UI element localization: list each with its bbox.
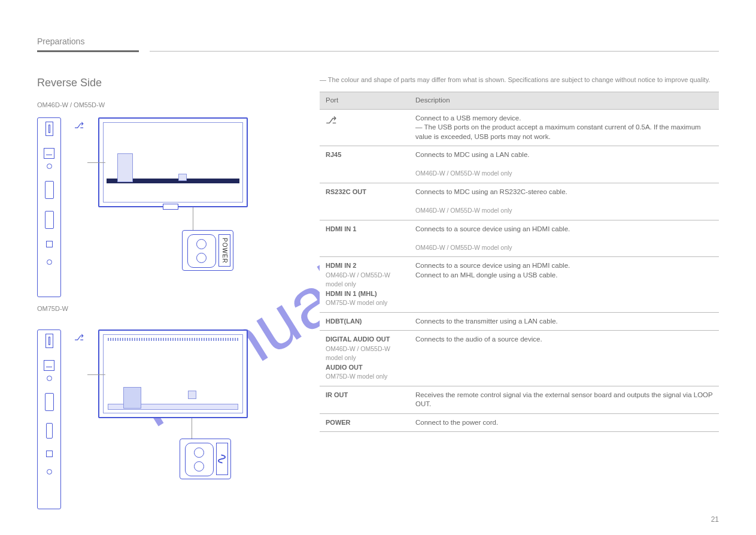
optical-port-icon — [46, 241, 53, 247]
port-cell: HDMI IN 2OM46D-W / OM55D-W model onlyHDM… — [320, 257, 409, 313]
table-row: RJ45Connects to MDC using a LAN cable. O… — [320, 146, 719, 183]
port-cell: RS232C OUT — [320, 183, 409, 220]
port-cell: RJ45 — [320, 146, 409, 183]
usb-port-icon — [45, 334, 53, 348]
desc-cell: Connects to the transmitter using a LAN … — [409, 312, 719, 331]
port-cell: HDMI IN 1 — [320, 220, 409, 257]
hdmi-port-icon — [45, 181, 54, 199]
port-strip-b — [37, 330, 61, 509]
table-row: DIGITAL AUDIO OUTOM46D-W / OM55D-W model… — [320, 331, 719, 386]
table-header-desc: Description — [409, 92, 719, 110]
header-rule-thick — [37, 50, 139, 52]
usb-port-icon — [45, 122, 53, 136]
power-label: POWER — [218, 234, 230, 267]
ir-jack-icon — [47, 259, 52, 265]
table-row: ⎇Connect to a USB memory device.― The US… — [320, 109, 719, 146]
desc-cell: Connect to the power cord. — [409, 413, 719, 432]
lan-port-icon — [44, 360, 54, 371]
audio-jack-icon — [47, 376, 52, 381]
port-cell: ⎇ — [320, 109, 409, 146]
table-row: RS232C OUTConnects to MDC using an RS232… — [320, 183, 719, 220]
port-strip-a — [37, 117, 61, 297]
right-column: ― The colour and shape of parts may diff… — [320, 75, 719, 432]
power-plug-icon — [187, 234, 216, 268]
chapter-title: Preparations — [37, 36, 84, 47]
table-row: HDMI IN 2OM46D-W / OM55D-W model onlyHDM… — [320, 257, 719, 313]
desc-cell: Connects to MDC using an RS232C-stereo c… — [409, 183, 719, 220]
desc-cell: Connect to a USB memory device.― The USB… — [409, 109, 719, 146]
section-title: Reverse Side — [37, 75, 294, 90]
table-row: IR OUTReceives the remote control signal… — [320, 386, 719, 413]
desc-cell: Receives the remote control signal via t… — [409, 386, 719, 413]
usb-icon: ⎇ — [74, 121, 84, 129]
port-cell: IR OUT — [320, 386, 409, 413]
usb-icon: ⎇ — [74, 333, 84, 341]
hdmi-port-icon — [45, 393, 54, 411]
header-rule-thin — [150, 51, 719, 52]
table-row: HDBT(LAN)Connects to the transmitter usi… — [320, 312, 719, 331]
left-column: Reverse Side OM46D-W / OM55D-W ⎇ — [37, 75, 294, 535]
mhl-port-icon — [46, 423, 53, 439]
table-header-port: Port — [320, 92, 409, 110]
port-cell: HDBT(LAN) — [320, 312, 409, 331]
optical-port-icon — [46, 451, 53, 457]
table-row: POWERConnect to the power cord. — [320, 413, 719, 432]
model-label-b: OM75D-W — [37, 304, 68, 313]
port-cell: DIGITAL AUDIO OUTOM46D-W / OM55D-W model… — [320, 331, 409, 386]
ports-table: Port Description ⎇Connect to a USB memor… — [320, 92, 719, 432]
power-inlet-diagram-a: POWER — [182, 230, 233, 271]
ir-jack-icon — [47, 469, 52, 474]
tv-rear-diagram-a — [98, 117, 248, 207]
power-plug-icon — [185, 443, 214, 476]
model-label-a: OM46D-W / OM55D-W — [37, 101, 105, 110]
power-inlet-diagram-b: ∿ — [180, 439, 231, 479]
lan-port-icon — [44, 148, 54, 159]
desc-cell: Connects to a source device using an HDM… — [409, 220, 719, 257]
caution-note: ― The colour and shape of parts may diff… — [320, 75, 719, 84]
port-cell: POWER — [320, 413, 409, 432]
hdmi-port-icon — [45, 211, 54, 229]
tv-rear-diagram-b — [98, 330, 248, 418]
power-ac-label: ∿ — [216, 443, 228, 475]
table-row: HDMI IN 1Connects to a source device usi… — [320, 220, 719, 257]
desc-cell: Connects to the audio of a source device… — [409, 331, 719, 386]
desc-cell: Connects to MDC using a LAN cable. OM46D… — [409, 146, 719, 183]
page-number: 21 — [711, 515, 719, 524]
audio-jack-icon — [47, 164, 52, 169]
desc-cell: Connects to a source device using an HDM… — [409, 257, 719, 313]
